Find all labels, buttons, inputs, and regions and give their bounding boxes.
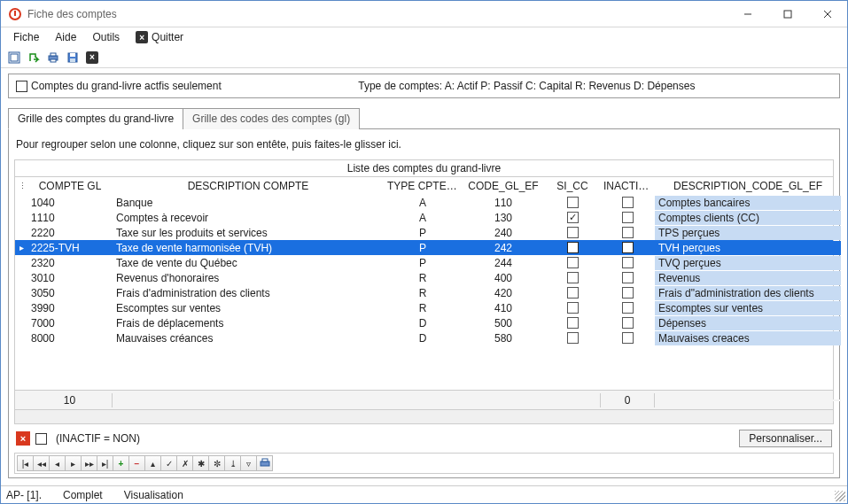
cell-code: 244 <box>462 256 545 270</box>
cell-description: Comptes à recevoir <box>113 211 384 225</box>
nav-prev-button[interactable]: ◂ <box>49 455 66 471</box>
nav-bookmark-button[interactable]: ✼ <box>208 455 225 471</box>
nav-edit-button[interactable]: ▴ <box>144 455 161 471</box>
col-inactif[interactable]: INACTIF▾ <box>600 177 655 195</box>
cell-sicc[interactable] <box>545 241 600 254</box>
cell-sicc[interactable] <box>545 301 600 314</box>
export-icon[interactable] <box>26 50 42 66</box>
cell-inactif[interactable] <box>600 316 655 330</box>
x-icon: × <box>86 51 98 64</box>
options-panel: Comptes du grand-livre actfis seulement … <box>8 74 840 98</box>
minimize-button[interactable] <box>727 1 767 27</box>
col-desccode[interactable]: DESCRIPTION_CODE_GL_EF <box>655 177 841 195</box>
row-indicator <box>15 292 27 294</box>
nav-filter-button[interactable]: ▿ <box>240 455 257 471</box>
menu-outils[interactable]: Outils <box>85 29 127 45</box>
tabs: Grille des comptes du grand-livre Grille… <box>8 107 840 129</box>
menu-fiche[interactable]: Fiche <box>6 29 46 45</box>
col-inactif-label: INACTIF <box>603 180 649 192</box>
svg-rect-14 <box>261 461 269 466</box>
nav-delete-button[interactable]: − <box>128 455 145 471</box>
cell-inactif[interactable] <box>600 301 655 314</box>
cell-inactif[interactable] <box>600 226 655 239</box>
cell-inactif[interactable] <box>600 331 655 345</box>
table-row[interactable]: 3990Escomptes sur ventesR410Escomptes su… <box>15 300 833 315</box>
table-row[interactable]: 1110Comptes à recevoirA130Comptes client… <box>15 210 833 225</box>
table-row[interactable]: 2220Taxe sur les produits et servicesP24… <box>15 225 833 240</box>
maximize-button[interactable] <box>767 1 807 27</box>
footer-count: 10 <box>27 393 113 407</box>
cell-compte: 3010 <box>27 271 113 285</box>
nav-cancel-button[interactable]: ✗ <box>176 455 193 471</box>
personalize-button[interactable]: Personnaliser... <box>739 430 832 447</box>
col-code[interactable]: CODE_GL_EF <box>462 177 545 195</box>
layout-icon[interactable] <box>6 50 22 66</box>
table-row[interactable]: 3010Revenus d'honorairesR400Revenus <box>15 270 833 285</box>
cell-sicc[interactable] <box>545 211 600 224</box>
cell-type: R <box>384 286 462 300</box>
close-button[interactable] <box>807 1 847 27</box>
cell-compte: 3050 <box>27 286 113 300</box>
cell-inactif[interactable] <box>600 271 655 284</box>
nav-next-button[interactable]: ▸ <box>65 455 82 471</box>
cell-desccode: TVQ perçues <box>655 256 841 270</box>
active-only-checkbox[interactable] <box>16 81 27 92</box>
horizontal-scrollbar[interactable] <box>15 409 833 423</box>
cell-inactif[interactable] <box>600 286 655 299</box>
nav-add-button[interactable]: + <box>113 455 129 471</box>
table-row[interactable]: ▸2225-TVHTaxe de vente harmonisée (TVH)P… <box>15 240 833 255</box>
filter-icon[interactable]: ▾ <box>649 182 655 192</box>
app-icon <box>8 7 22 21</box>
filter-checkbox[interactable] <box>35 433 47 445</box>
save-icon[interactable] <box>65 50 81 66</box>
cell-compte: 2225-TVH <box>27 241 113 255</box>
nav-post-button[interactable]: ✓ <box>160 455 177 471</box>
table-row[interactable]: 2320Taxe de vente du QuébecP244TVQ perçu… <box>15 255 833 270</box>
clear-filter-button[interactable]: × <box>16 431 30 446</box>
row-selector-header[interactable]: ⋮⋮ <box>15 179 27 193</box>
table-row[interactable]: 7000Frais de déplacementsD500Dépenses <box>15 315 833 330</box>
col-compte[interactable]: COMPTE GL <box>27 177 113 195</box>
nav-last-button[interactable]: ▸| <box>97 455 113 471</box>
table-row[interactable]: 3050Frais d'administration des clientsR4… <box>15 285 833 300</box>
cell-sicc[interactable] <box>545 256 600 269</box>
cell-description: Taxe de vente harmonisée (TVH) <box>113 241 384 255</box>
status-right: Visualisation <box>124 489 183 501</box>
nav-first-button[interactable]: |◂ <box>17 455 34 471</box>
cell-desccode: Frais d"administration des clients <box>655 286 841 300</box>
row-indicator <box>15 202 27 204</box>
print-icon[interactable] <box>45 50 61 66</box>
nav-refresh-button[interactable]: ✱ <box>192 455 209 471</box>
nav-prev-page-button[interactable]: ◂◂ <box>33 455 50 471</box>
cell-inactif[interactable] <box>600 256 655 269</box>
tab-grid-comptes[interactable]: Grille des comptes du grand-livre <box>8 108 183 129</box>
cell-inactif[interactable] <box>600 211 655 224</box>
cell-inactif[interactable] <box>600 241 655 254</box>
cell-sicc[interactable] <box>545 271 600 284</box>
cell-description: Revenus d'honoraires <box>113 271 384 285</box>
close-tool-icon[interactable]: × <box>84 50 100 66</box>
col-type[interactable]: TYPE CPTE EF <box>384 177 462 195</box>
col-sicc[interactable]: SI_CC <box>545 177 600 195</box>
cell-description: Frais d'administration des clients <box>113 286 384 300</box>
cell-sicc[interactable] <box>545 196 600 209</box>
tab-grid-codes[interactable]: Grille des codes des comptes (gl) <box>183 108 360 129</box>
menu-aide[interactable]: Aide <box>48 29 83 45</box>
cell-desccode: Comptes clients (CC) <box>655 211 841 225</box>
col-description[interactable]: DESCRIPTION COMPTE <box>113 177 384 195</box>
cell-type: A <box>384 196 462 210</box>
app-window: Fiche des comptes Fiche Aide Outils × Qu… <box>0 0 848 504</box>
table-row[interactable]: 1040BanqueA110Comptes bancaires <box>15 195 833 210</box>
svg-rect-12 <box>70 53 75 57</box>
cell-inactif[interactable] <box>600 196 655 209</box>
cell-sicc[interactable] <box>545 286 600 299</box>
nav-next-page-button[interactable]: ▸▸ <box>81 455 97 471</box>
nav-goto-button[interactable]: ⤓ <box>224 455 241 471</box>
table-row[interactable]: 8000Mauvaises créancesD580Mauvaises crea… <box>15 330 833 345</box>
cell-sicc[interactable] <box>545 316 600 330</box>
cell-sicc[interactable] <box>545 331 600 345</box>
cell-sicc[interactable] <box>545 226 600 239</box>
resize-handle-icon[interactable] <box>835 491 845 501</box>
nav-print-button[interactable] <box>256 455 273 471</box>
menu-quitter[interactable]: × Quitter <box>128 29 191 45</box>
